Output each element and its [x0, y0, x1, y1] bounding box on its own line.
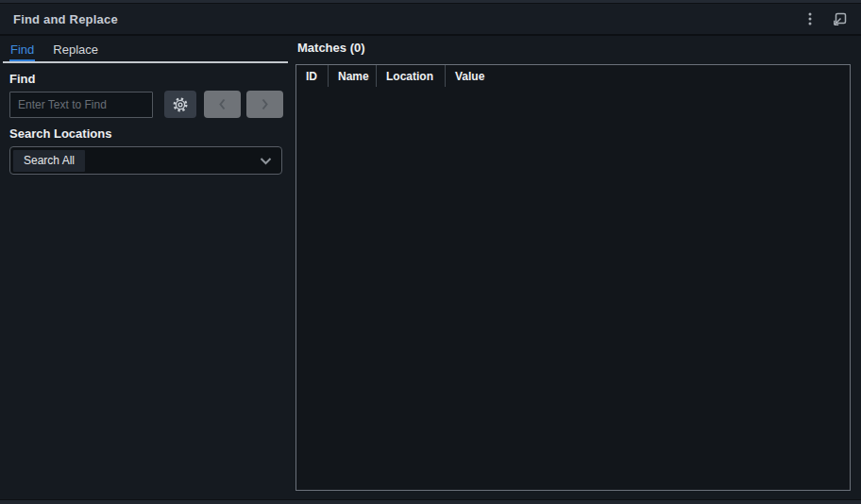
previous-match-button[interactable] — [204, 91, 241, 118]
tab-bar: Find Replace — [3, 41, 288, 63]
panel-title: Find and Replace — [13, 12, 118, 26]
find-label: Find — [9, 72, 288, 86]
titlebar-actions — [802, 9, 850, 29]
search-locations-label: Search Locations — [9, 126, 288, 141]
table-header-row: ID Name Location Value — [296, 65, 850, 87]
pop-out-icon — [832, 11, 848, 27]
column-header-value[interactable]: Value — [445, 65, 850, 87]
find-text-input[interactable] — [9, 92, 153, 118]
column-header-id[interactable]: ID — [296, 65, 328, 87]
titlebar: Find and Replace — [0, 4, 861, 36]
tab-replace[interactable]: Replace — [52, 41, 99, 61]
matches-table[interactable]: ID Name Location Value — [295, 64, 851, 491]
window-bottom-edge — [0, 499, 861, 504]
search-settings-button[interactable] — [164, 91, 196, 118]
column-header-name[interactable]: Name — [328, 65, 376, 87]
panel-content: Find Replace Find — [0, 36, 861, 503]
tab-find[interactable]: Find — [9, 41, 35, 61]
find-row — [9, 91, 288, 118]
search-locations-dropdown[interactable]: Search All — [9, 146, 282, 175]
search-controls-panel: Find Replace Find — [0, 41, 288, 503]
more-vertical-icon — [803, 11, 817, 26]
gear-icon — [172, 96, 189, 113]
matches-title: Matches (0) — [297, 41, 851, 56]
table-body — [296, 87, 850, 490]
more-options-button[interactable] — [802, 9, 819, 28]
matches-panel: Matches (0) ID Name Location Value — [295, 41, 861, 503]
find-and-replace-panel: Find and Replace Find Re — [0, 0, 861, 504]
dropdown-selected-value: Search All — [13, 150, 85, 172]
column-header-location[interactable]: Location — [376, 65, 445, 87]
chevron-right-icon — [261, 98, 269, 110]
chevron-left-icon — [218, 98, 227, 110]
chevron-down-icon — [260, 157, 272, 165]
next-match-button[interactable] — [246, 91, 283, 118]
popout-button[interactable] — [830, 9, 850, 29]
